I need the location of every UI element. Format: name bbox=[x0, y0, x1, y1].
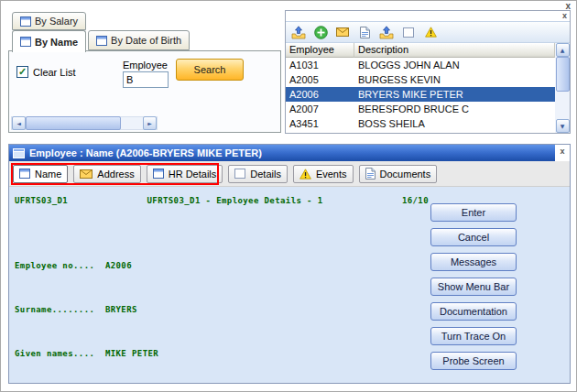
upload-tray-icon[interactable] bbox=[378, 24, 395, 40]
tab-documents[interactable]: Documents bbox=[359, 165, 438, 183]
employee-id-cell: A2005 bbox=[286, 74, 354, 85]
employee-desc-cell: BLOGGS JOHN ALAN bbox=[354, 60, 555, 71]
form-icon bbox=[153, 169, 164, 179]
tab-by-date-of-birth[interactable]: By Date of Birth bbox=[88, 30, 190, 50]
search-tab-row-2: By Name By Date of Birth bbox=[12, 30, 190, 50]
tab-by-name[interactable]: By Name bbox=[12, 30, 86, 52]
detail-close-box: x bbox=[555, 145, 570, 161]
search-tab-row-1: By Salary bbox=[12, 12, 86, 30]
tab-address[interactable]: Address bbox=[73, 165, 140, 183]
form-icon bbox=[20, 37, 31, 47]
table-row[interactable]: A1031 BLOGGS JOHN ALAN bbox=[286, 58, 555, 72]
screen-fields: Employee no.... A2006 Surname........ BR… bbox=[15, 229, 158, 390]
terminal-screen: UFRTS03_D1 UFRTS03_D1 - Employee Details… bbox=[9, 187, 570, 383]
table-row[interactable]: A2005 BURGESS KEVIN bbox=[286, 72, 555, 87]
detail-title-row: Employee : Name (A2006-BRYERS MIKE PETER… bbox=[9, 145, 570, 161]
scroll-left-icon[interactable]: ◄ bbox=[12, 116, 26, 130]
employee-desc-cell: BOSS SHEILA bbox=[354, 118, 555, 129]
column-header-employee[interactable]: Employee bbox=[286, 43, 354, 58]
screen-title: UFRTS03_D1 - Employee Details - 1 bbox=[147, 196, 323, 205]
horizontal-scrollbar[interactable]: ◄ ► bbox=[11, 116, 158, 130]
tab-events[interactable]: Events bbox=[293, 165, 354, 183]
employee-id-cell: A1031 bbox=[286, 60, 354, 71]
turn-trace-on-button[interactable]: Turn Trace On bbox=[430, 327, 517, 345]
warning-icon[interactable] bbox=[422, 24, 439, 40]
tab-label: Address bbox=[97, 169, 134, 180]
clear-list-option: Clear List bbox=[16, 66, 75, 78]
employee-detail-panel: Employee : Name (A2006-BRYERS MIKE PETER… bbox=[8, 144, 571, 384]
scroll-right-icon[interactable]: ► bbox=[143, 116, 157, 130]
search-button[interactable]: Search bbox=[176, 59, 244, 81]
window-icon bbox=[13, 148, 25, 158]
employee-id-cell: A2007 bbox=[286, 103, 354, 114]
tab-by-salary[interactable]: By Salary bbox=[12, 12, 86, 30]
list-panel-close-button[interactable]: x bbox=[562, 11, 567, 20]
search-content: Clear List Employee Search ◄ ► bbox=[8, 50, 281, 133]
clear-list-label: Clear List bbox=[33, 67, 75, 78]
employee-list-panel: x Employee D bbox=[285, 10, 571, 134]
table-row-selected[interactable]: A2006 BRYERS MIKE PETER bbox=[286, 87, 555, 102]
clear-list-checkbox[interactable] bbox=[16, 66, 28, 78]
show-menu-bar-button[interactable]: Show Menu Bar bbox=[430, 278, 517, 296]
screen-line: Surname........ BRYERS bbox=[15, 302, 158, 317]
document-icon[interactable] bbox=[356, 24, 373, 40]
app-window: x By Salary By Name By Date of Birth Cle… bbox=[0, 0, 577, 392]
scroll-down-icon[interactable]: ▼ bbox=[556, 119, 570, 133]
blank-window-icon[interactable] bbox=[400, 24, 417, 40]
tab-hr-details[interactable]: HR Details bbox=[147, 165, 223, 183]
document-icon bbox=[365, 168, 376, 180]
scroll-up-icon[interactable]: ▲ bbox=[556, 43, 570, 57]
upload-tray-icon[interactable] bbox=[290, 24, 307, 40]
scrollbar-thumb[interactable] bbox=[556, 57, 570, 92]
employee-label: Employee bbox=[123, 60, 168, 71]
employee-id-cell: A3451 bbox=[286, 118, 354, 129]
detail-close-button[interactable]: x bbox=[560, 147, 564, 156]
mail-icon bbox=[80, 169, 93, 179]
tab-label: Documents bbox=[380, 169, 431, 180]
employee-desc-cell: BRYERS MIKE PETER bbox=[354, 89, 555, 100]
mail-icon[interactable] bbox=[334, 24, 351, 40]
employee-desc-cell: BURGESS KEVIN bbox=[354, 74, 555, 85]
warning-icon bbox=[299, 169, 311, 180]
vertical-scrollbar[interactable]: ▲ ▼ bbox=[555, 43, 570, 133]
employee-input[interactable] bbox=[123, 71, 169, 88]
screen-header: UFRTS03_D1 UFRTS03_D1 - Employee Details… bbox=[15, 196, 429, 205]
add-icon[interactable] bbox=[312, 24, 329, 40]
probe-screen-button[interactable]: Probe Screen bbox=[430, 352, 517, 370]
tab-label: By Name bbox=[35, 37, 78, 48]
messages-button[interactable]: Messages bbox=[430, 253, 517, 271]
screen-line: Given names.... MIKE PETER bbox=[15, 346, 158, 361]
action-button-column: Enter Cancel Messages Show Menu Bar Docu… bbox=[430, 203, 517, 370]
screen-name: UFRTS03_D1 bbox=[15, 196, 68, 205]
screen-date: 16/10 bbox=[402, 196, 429, 205]
tab-details[interactable]: Details bbox=[228, 165, 288, 183]
enter-button[interactable]: Enter bbox=[430, 203, 517, 222]
form-icon bbox=[20, 16, 31, 27]
tab-name[interactable]: Name bbox=[13, 165, 68, 183]
list-header: Employee Description bbox=[286, 43, 555, 58]
form-icon bbox=[96, 36, 107, 46]
detail-tab-strip: Name Address HR Details Details Events D… bbox=[9, 161, 570, 187]
cancel-button[interactable]: Cancel bbox=[430, 228, 517, 246]
table-row[interactable]: A2007 BERESFORD BRUCE C bbox=[286, 102, 555, 116]
employee-id-cell: A2006 bbox=[286, 89, 354, 100]
detail-title: Employee : Name (A2006-BRYERS MIKE PETER… bbox=[29, 147, 262, 158]
tab-label: Name bbox=[35, 169, 61, 180]
search-panel: By Salary By Name By Date of Birth Clear… bbox=[8, 10, 281, 133]
form-icon bbox=[19, 169, 30, 179]
column-header-description[interactable]: Description bbox=[354, 43, 555, 58]
tab-label: HR Details bbox=[169, 169, 217, 180]
table-row[interactable]: A3451 BOSS SHEILA bbox=[286, 116, 555, 131]
scrollbar-thumb[interactable] bbox=[26, 116, 121, 130]
documentation-button[interactable]: Documentation bbox=[430, 302, 517, 321]
employee-list: A1031 BLOGGS JOHN ALAN A2005 BURGESS KEV… bbox=[286, 58, 555, 133]
tab-label: Details bbox=[250, 169, 281, 180]
list-toolbar bbox=[286, 21, 570, 43]
employee-desc-cell: BERESFORD BRUCE C bbox=[354, 103, 555, 114]
tab-label: By Salary bbox=[35, 16, 78, 27]
tab-label: By Date of Birth bbox=[111, 35, 181, 46]
detail-title-bar: Employee : Name (A2006-BRYERS MIKE PETER… bbox=[9, 145, 555, 161]
blank-window-icon bbox=[234, 169, 245, 179]
tab-label: Events bbox=[316, 169, 347, 180]
screen-line: Employee no.... A2006 bbox=[15, 258, 158, 273]
